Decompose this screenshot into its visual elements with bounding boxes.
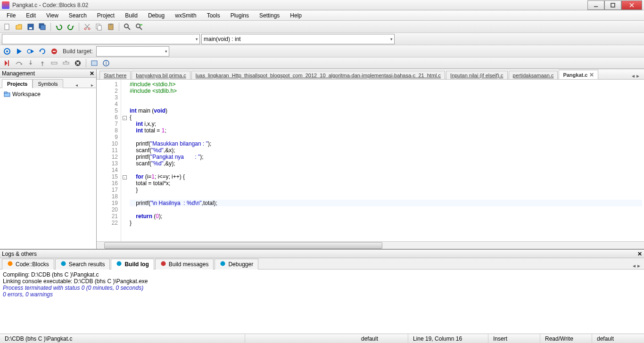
debug-stop-button[interactable] xyxy=(73,58,83,68)
management-close-icon[interactable]: ✕ xyxy=(90,70,94,77)
copy-button[interactable] xyxy=(94,22,104,32)
logs-tab-build-log[interactable]: Build log xyxy=(111,259,154,270)
mgmt-tab-symbols[interactable]: Symbols xyxy=(33,79,63,88)
menu-edit[interactable]: Edit xyxy=(21,11,41,20)
cut-button[interactable] xyxy=(82,22,92,32)
step-over-button[interactable] xyxy=(14,58,24,68)
statusbar: D:\CDB (bhs C )\Pangkat.c default Line 1… xyxy=(0,334,644,343)
logs-tab-icon xyxy=(160,261,166,268)
logs-tab-prev[interactable]: ◂ xyxy=(633,262,636,269)
menu-help[interactable]: Help xyxy=(285,11,306,20)
tab-next-icon[interactable]: ▸ xyxy=(636,73,639,79)
editor-tab[interactable]: Pangkat.c✕ xyxy=(559,70,598,80)
logs-body[interactable]: Compiling: D:\CDB (bhs C )\Pangkat.cLink… xyxy=(0,270,644,334)
svg-marker-26 xyxy=(31,49,34,53)
logs-title: Logs & others xyxy=(2,251,37,257)
menu-wxsmith[interactable]: wxSmith xyxy=(170,11,201,20)
build-target-label: Build target: xyxy=(61,48,95,55)
code-body[interactable]: #include <stdio.h>#include <stdlib.h> in… xyxy=(128,80,644,241)
status-readwrite: Read/Write xyxy=(540,334,592,343)
scope-combo[interactable]: ▾ xyxy=(2,34,200,44)
status-insert: Insert xyxy=(488,334,540,343)
function-combo-value: main(void) : int xyxy=(204,36,241,42)
menu-view[interactable]: View xyxy=(41,11,63,20)
menu-plugins[interactable]: Plugins xyxy=(226,11,254,20)
window-buttons xyxy=(587,0,642,10)
maximize-button[interactable] xyxy=(604,0,621,10)
editor-tab[interactable]: Inputan nilai (if elseif).c xyxy=(446,71,508,80)
fold-column[interactable]: -- xyxy=(121,80,128,241)
management-title: Management xyxy=(2,70,35,77)
debug-info-button[interactable]: i xyxy=(101,58,111,68)
undo-button[interactable] xyxy=(54,22,64,32)
build-button[interactable] xyxy=(2,46,12,57)
mgmt-tab-prev[interactable]: ◂ xyxy=(74,82,79,88)
svg-point-23 xyxy=(6,50,8,52)
logs-tab-debugger[interactable]: Debugger xyxy=(215,259,258,270)
svg-rect-21 xyxy=(140,24,142,25)
editor-tab[interactable]: Start here xyxy=(99,71,131,80)
step-out-button[interactable] xyxy=(37,58,48,68)
tab-prev-icon[interactable]: ◂ xyxy=(632,73,635,79)
management-tabs: ProjectsSymbols◂ ▸ xyxy=(0,78,96,88)
menu-project[interactable]: Project xyxy=(92,11,119,20)
build-run-button[interactable] xyxy=(25,46,36,57)
build-target-combo[interactable]: ▾ xyxy=(96,46,169,57)
rebuild-button[interactable] xyxy=(37,46,48,57)
tab-close-icon[interactable]: ✕ xyxy=(589,72,594,78)
save-all-button[interactable] xyxy=(37,22,48,32)
editor-tab[interactable]: banyaknya bil prima.c xyxy=(132,71,190,80)
line-gutter: 12345678910111213141516171819202122 xyxy=(97,80,121,241)
editor-hscroll[interactable] xyxy=(97,241,644,249)
svg-line-18 xyxy=(128,27,130,30)
menu-tools[interactable]: Tools xyxy=(202,11,225,20)
menu-build[interactable]: Build xyxy=(120,11,142,20)
logs-tab-search-results[interactable]: Search results xyxy=(55,259,110,270)
svg-point-50 xyxy=(117,261,122,266)
step-into-button[interactable] xyxy=(25,58,36,68)
toolbar-debug: i xyxy=(0,57,644,69)
management-header: Management ✕ xyxy=(0,69,96,78)
close-button[interactable] xyxy=(621,0,642,10)
minimize-button[interactable] xyxy=(587,0,604,10)
svg-point-48 xyxy=(8,261,13,266)
run-button[interactable] xyxy=(14,46,24,57)
editor-tab[interactable]: luas_lingkaran_Http_thisallspot_blogspot… xyxy=(191,71,445,80)
paste-button[interactable] xyxy=(106,22,116,32)
logs-panel: Logs & others ✕ Code::BlocksSearch resul… xyxy=(0,249,644,334)
logs-close-icon[interactable]: ✕ xyxy=(637,251,642,257)
menu-settings[interactable]: Settings xyxy=(255,11,284,20)
mgmt-tab-next[interactable]: ▸ xyxy=(90,82,94,88)
mgmt-tab-projects[interactable]: Projects xyxy=(2,79,33,88)
logs-tab-build-messages[interactable]: Build messages xyxy=(155,259,214,270)
new-file-button[interactable] xyxy=(2,22,12,32)
svg-point-49 xyxy=(61,261,66,266)
replace-button[interactable] xyxy=(134,22,144,32)
menu-file[interactable]: File xyxy=(2,11,20,20)
svg-rect-43 xyxy=(91,61,97,65)
editor-area: Start herebanyaknya bil prima.cluas_ling… xyxy=(97,69,644,249)
svg-rect-31 xyxy=(8,60,9,66)
debug-continue-button[interactable] xyxy=(2,58,12,68)
redo-button[interactable] xyxy=(66,22,76,32)
logs-tab-code-blocks[interactable]: Code::Blocks xyxy=(2,259,54,270)
menu-debug[interactable]: Debug xyxy=(143,11,169,20)
find-button[interactable] xyxy=(122,22,132,32)
editor-tab[interactable]: pertidaksamaan.c xyxy=(509,71,558,80)
workspace-node[interactable]: Workspace xyxy=(2,90,94,98)
abort-button[interactable] xyxy=(49,46,59,57)
toolbar-main xyxy=(0,21,644,33)
step-instr-button[interactable] xyxy=(49,58,59,68)
save-button[interactable] xyxy=(25,22,36,32)
svg-point-19 xyxy=(136,24,140,28)
open-file-button[interactable] xyxy=(14,22,24,32)
management-body: Workspace xyxy=(0,88,96,249)
function-combo[interactable]: main(void) : int▾ xyxy=(201,34,395,44)
logs-tab-icon xyxy=(116,261,122,268)
step-into-instr-button[interactable] xyxy=(61,58,71,68)
menu-search[interactable]: Search xyxy=(64,11,91,20)
code-editor[interactable]: 12345678910111213141516171819202122 -- #… xyxy=(97,80,644,241)
logs-tab-next[interactable]: ▸ xyxy=(637,262,640,269)
app-icon xyxy=(2,1,9,9)
debug-windows-button[interactable] xyxy=(89,58,99,68)
